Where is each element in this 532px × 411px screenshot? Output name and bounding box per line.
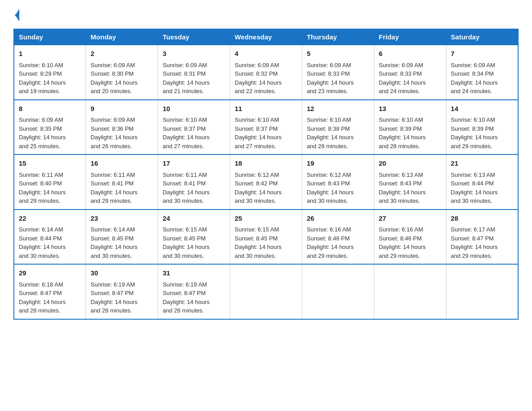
- day-number: 19: [307, 158, 369, 169]
- day-number: 1: [19, 49, 81, 59]
- calendar-cell: 18Sunrise: 6:12 AMSunset: 8:42 PMDayligh…: [230, 154, 302, 210]
- day-number: 6: [379, 49, 442, 59]
- calendar-cell: 31Sunrise: 6:19 AMSunset: 8:47 PMDayligh…: [158, 264, 230, 319]
- day-info: Sunrise: 6:13 AMSunset: 8:43 PMDaylight:…: [379, 171, 426, 205]
- day-info: Sunrise: 6:09 AMSunset: 8:33 PMDaylight:…: [379, 62, 426, 95]
- day-number: 15: [19, 158, 81, 169]
- calendar-cell: 1Sunrise: 6:10 AMSunset: 8:29 PMDaylight…: [14, 45, 86, 100]
- day-number: 24: [163, 214, 225, 224]
- day-number: 10: [163, 104, 225, 114]
- day-number: 12: [307, 104, 369, 114]
- calendar-week-4: 22Sunrise: 6:14 AMSunset: 8:44 PMDayligh…: [14, 210, 518, 265]
- day-info: Sunrise: 6:10 AMSunset: 8:29 PMDaylight:…: [19, 62, 66, 95]
- day-info: Sunrise: 6:16 AMSunset: 8:46 PMDaylight:…: [307, 226, 354, 259]
- calendar-cell: 20Sunrise: 6:13 AMSunset: 8:43 PMDayligh…: [374, 154, 446, 210]
- day-info: Sunrise: 6:11 AMSunset: 8:40 PMDaylight:…: [19, 171, 66, 205]
- calendar-cell: [374, 264, 446, 319]
- calendar-table: SundayMondayTuesdayWednesdayThursdayFrid…: [13, 29, 519, 320]
- calendar-cell: 15Sunrise: 6:11 AMSunset: 8:40 PMDayligh…: [14, 154, 86, 210]
- calendar-week-5: 29Sunrise: 6:18 AMSunset: 8:47 PMDayligh…: [14, 264, 518, 319]
- calendar-cell: 24Sunrise: 6:15 AMSunset: 8:45 PMDayligh…: [158, 210, 230, 265]
- calendar-cell: 16Sunrise: 6:11 AMSunset: 8:41 PMDayligh…: [86, 154, 158, 210]
- day-info: Sunrise: 6:09 AMSunset: 8:33 PMDaylight:…: [307, 62, 354, 95]
- calendar-header-monday: Monday: [86, 29, 158, 45]
- day-number: 9: [90, 104, 153, 114]
- day-number: 13: [379, 104, 442, 114]
- calendar-cell: 26Sunrise: 6:16 AMSunset: 8:46 PMDayligh…: [302, 210, 374, 265]
- day-number: 5: [307, 49, 369, 59]
- day-number: 28: [451, 214, 513, 224]
- day-number: 26: [307, 214, 369, 224]
- calendar-cell: 27Sunrise: 6:16 AMSunset: 8:46 PMDayligh…: [374, 210, 446, 265]
- day-number: 14: [451, 104, 513, 114]
- day-info: Sunrise: 6:09 AMSunset: 8:36 PMDaylight:…: [90, 116, 137, 150]
- calendar-header-row: SundayMondayTuesdayWednesdayThursdayFrid…: [14, 29, 518, 45]
- day-number: 22: [19, 214, 81, 224]
- day-info: Sunrise: 6:10 AMSunset: 8:39 PMDaylight:…: [451, 116, 498, 150]
- calendar-header-wednesday: Wednesday: [230, 29, 302, 45]
- calendar-cell: 21Sunrise: 6:13 AMSunset: 8:44 PMDayligh…: [446, 154, 518, 210]
- day-info: Sunrise: 6:10 AMSunset: 8:39 PMDaylight:…: [379, 116, 426, 150]
- calendar-cell: 5Sunrise: 6:09 AMSunset: 8:33 PMDaylight…: [302, 45, 374, 100]
- day-number: 17: [163, 158, 225, 169]
- day-info: Sunrise: 6:09 AMSunset: 8:34 PMDaylight:…: [451, 62, 498, 95]
- calendar-cell: 3Sunrise: 6:09 AMSunset: 8:31 PMDaylight…: [158, 45, 230, 100]
- day-number: 25: [235, 214, 297, 224]
- calendar-cell: 14Sunrise: 6:10 AMSunset: 8:39 PMDayligh…: [446, 100, 518, 155]
- day-info: Sunrise: 6:15 AMSunset: 8:45 PMDaylight:…: [235, 226, 282, 259]
- day-info: Sunrise: 6:16 AMSunset: 8:46 PMDaylight:…: [379, 226, 426, 259]
- day-number: 27: [379, 214, 442, 224]
- calendar-cell: 17Sunrise: 6:11 AMSunset: 8:41 PMDayligh…: [158, 154, 230, 210]
- calendar-header-tuesday: Tuesday: [158, 29, 230, 45]
- day-number: 31: [163, 268, 225, 278]
- calendar-cell: 23Sunrise: 6:14 AMSunset: 8:45 PMDayligh…: [86, 210, 158, 265]
- day-info: Sunrise: 6:12 AMSunset: 8:43 PMDaylight:…: [307, 171, 354, 205]
- calendar-cell: 12Sunrise: 6:10 AMSunset: 8:38 PMDayligh…: [302, 100, 374, 155]
- day-number: 18: [235, 158, 297, 169]
- day-info: Sunrise: 6:19 AMSunset: 8:47 PMDaylight:…: [90, 281, 137, 314]
- day-number: 2: [90, 49, 153, 59]
- day-info: Sunrise: 6:13 AMSunset: 8:44 PMDaylight:…: [451, 171, 498, 205]
- calendar-cell: 30Sunrise: 6:19 AMSunset: 8:47 PMDayligh…: [86, 264, 158, 319]
- calendar-header-friday: Friday: [374, 29, 446, 45]
- day-number: 16: [90, 158, 153, 169]
- calendar-cell: [446, 264, 518, 319]
- day-number: 4: [235, 49, 297, 59]
- calendar-cell: 9Sunrise: 6:09 AMSunset: 8:36 PMDaylight…: [86, 100, 158, 155]
- day-info: Sunrise: 6:10 AMSunset: 8:37 PMDaylight:…: [235, 116, 282, 150]
- calendar-header-thursday: Thursday: [302, 29, 374, 45]
- day-info: Sunrise: 6:12 AMSunset: 8:42 PMDaylight:…: [235, 171, 282, 205]
- calendar-cell: 13Sunrise: 6:10 AMSunset: 8:39 PMDayligh…: [374, 100, 446, 155]
- calendar-cell: 2Sunrise: 6:09 AMSunset: 8:30 PMDaylight…: [86, 45, 158, 100]
- day-info: Sunrise: 6:10 AMSunset: 8:38 PMDaylight:…: [307, 116, 354, 150]
- calendar-cell: 6Sunrise: 6:09 AMSunset: 8:33 PMDaylight…: [374, 45, 446, 100]
- day-info: Sunrise: 6:09 AMSunset: 8:31 PMDaylight:…: [163, 62, 210, 95]
- calendar-cell: 28Sunrise: 6:17 AMSunset: 8:47 PMDayligh…: [446, 210, 518, 265]
- day-info: Sunrise: 6:11 AMSunset: 8:41 PMDaylight:…: [163, 171, 210, 205]
- calendar-cell: 8Sunrise: 6:09 AMSunset: 8:35 PMDaylight…: [14, 100, 86, 155]
- calendar-header-sunday: Sunday: [14, 29, 86, 45]
- day-info: Sunrise: 6:09 AMSunset: 8:32 PMDaylight:…: [235, 62, 282, 95]
- calendar-cell: [230, 264, 302, 319]
- day-info: Sunrise: 6:10 AMSunset: 8:37 PMDaylight:…: [163, 116, 210, 150]
- day-number: 8: [19, 104, 81, 114]
- day-number: 7: [451, 49, 513, 59]
- calendar-cell: 19Sunrise: 6:12 AMSunset: 8:43 PMDayligh…: [302, 154, 374, 210]
- day-info: Sunrise: 6:14 AMSunset: 8:45 PMDaylight:…: [90, 226, 137, 259]
- day-info: Sunrise: 6:09 AMSunset: 8:30 PMDaylight:…: [90, 62, 137, 95]
- calendar-cell: 11Sunrise: 6:10 AMSunset: 8:37 PMDayligh…: [230, 100, 302, 155]
- day-info: Sunrise: 6:19 AMSunset: 8:47 PMDaylight:…: [163, 281, 210, 314]
- day-number: 3: [163, 49, 225, 59]
- calendar-cell: 22Sunrise: 6:14 AMSunset: 8:44 PMDayligh…: [14, 210, 86, 265]
- calendar-cell: 7Sunrise: 6:09 AMSunset: 8:34 PMDaylight…: [446, 45, 518, 100]
- calendar-cell: 4Sunrise: 6:09 AMSunset: 8:32 PMDaylight…: [230, 45, 302, 100]
- day-info: Sunrise: 6:11 AMSunset: 8:41 PMDaylight:…: [90, 171, 137, 205]
- calendar-week-2: 8Sunrise: 6:09 AMSunset: 8:35 PMDaylight…: [14, 100, 518, 155]
- day-number: 29: [19, 268, 81, 278]
- calendar-week-3: 15Sunrise: 6:11 AMSunset: 8:40 PMDayligh…: [14, 154, 518, 210]
- day-info: Sunrise: 6:14 AMSunset: 8:44 PMDaylight:…: [19, 226, 66, 259]
- logo: [13, 9, 19, 21]
- day-info: Sunrise: 6:09 AMSunset: 8:35 PMDaylight:…: [19, 116, 66, 150]
- day-number: 11: [235, 104, 297, 114]
- day-number: 30: [90, 268, 153, 278]
